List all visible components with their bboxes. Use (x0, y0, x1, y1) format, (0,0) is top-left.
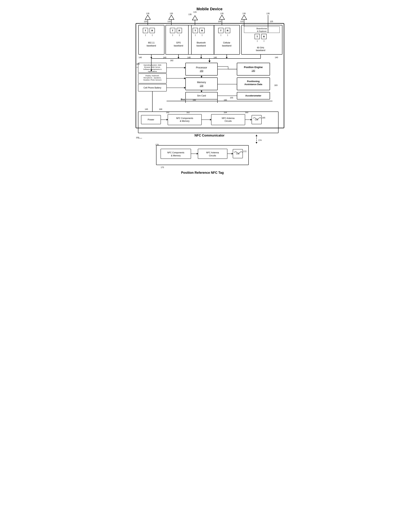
beamformer-text: Beamformer (257, 27, 267, 30)
nfc-tag-label: Position Reference NFC Tag (181, 171, 224, 175)
display-text-1: Display, Keyboard, (145, 75, 159, 76)
antenna-triangle-4 (219, 15, 224, 20)
page: Mobile Device 135 120 135 110 115 135 13… (130, 3, 289, 181)
accelerometer-label: Accelerometer (245, 94, 261, 97)
nfc-ant-box (211, 114, 245, 125)
position-engine-num: 180 (251, 69, 255, 72)
ref-175: 175 (161, 166, 164, 168)
svg-text:↕: ↕ (220, 34, 222, 37)
radio-name-3: Bluetooth (197, 41, 206, 44)
antenna-label-3b: 135 (188, 13, 192, 15)
nfc-comp-box (168, 114, 201, 125)
svg-text:↕: ↕ (201, 34, 203, 37)
ref-165: 165 (262, 117, 265, 119)
antenna-label-3: 115 (193, 11, 196, 13)
proc-to-mem-arrow (201, 76, 202, 78)
ref-155: 155 (230, 97, 233, 99)
positioning-data-label-2: Assistance Data (244, 83, 262, 86)
left-to-center-arrow (184, 87, 185, 89)
ref-185: 185 (136, 63, 140, 65)
mem-to-sim-arrow (201, 91, 202, 92)
battery-text: Cell Phone Battery (144, 87, 161, 89)
os-text-3: Software Components & (143, 68, 162, 70)
svg-text:R: R (263, 35, 265, 38)
ref-192: 192 (166, 111, 169, 114)
power-label: Power (148, 118, 155, 121)
antenna-triangle-3 (192, 16, 198, 20)
ant-to-coil-arrow (250, 119, 252, 121)
nfc-comp-label-2: & Memory (180, 120, 190, 122)
display-to-proc-arrow (184, 77, 185, 79)
antenna-label-4: 135 (220, 13, 223, 14)
proc-arrowhead (209, 61, 210, 63)
antenna-triangle-2 (169, 15, 174, 20)
main-diagram: Mobile Device 135 120 135 110 115 135 13… (133, 3, 286, 181)
nfc-ant-label-2: Circuits (224, 120, 232, 122)
tag-ant-to-coil-arrow (232, 153, 233, 155)
display-text-2: Microphone , Speakers, (144, 77, 161, 79)
radio-name-4: Cellular (223, 41, 230, 44)
nfc-dashed-arrowhead-down (256, 142, 257, 144)
processor-label: Processor (196, 66, 207, 69)
nfc-comm-box (138, 112, 278, 133)
nfc-ant-label-1: NFC Antenna (222, 117, 235, 119)
nfc-comm-label: NFC Communicator (195, 134, 224, 137)
processor-box (185, 63, 218, 75)
ref-140-1: 140 (139, 56, 142, 59)
ref-145: 145 (145, 108, 148, 110)
radio-name-4b: baseband (222, 44, 232, 47)
antenna-label-5: 135 (242, 13, 246, 14)
tr-arrow-1: ↕ (145, 34, 146, 37)
svg-text:T: T (172, 29, 173, 32)
nfc-tag-ant-label-2: Circuits (209, 154, 216, 157)
svg-text:↕: ↕ (227, 34, 228, 37)
t-label-1: T (145, 29, 146, 32)
nfc-tag-ant-label-1: NFC Antenna (206, 152, 219, 154)
svg-text:R: R (201, 29, 203, 32)
arrow-down-4 (226, 57, 228, 59)
ref-140-4: 140 (214, 56, 217, 59)
ref-125: 125 (270, 20, 273, 23)
svg-text:↕: ↕ (179, 34, 180, 37)
display-text-3: Headset, Photo Sensors (143, 79, 162, 81)
svg-text:R: R (227, 29, 228, 32)
os-to-proc-arrow (184, 67, 185, 69)
processor-num: 150 (200, 70, 203, 72)
memory-label: Memory (197, 81, 206, 84)
memory-box (185, 78, 218, 90)
ref-122: 122 (240, 20, 243, 23)
antenna-label-6: 135 (266, 13, 270, 14)
ref-105: 105 (218, 20, 221, 23)
radio-name-2b: baseband (174, 44, 183, 47)
ref-183: 183 (274, 84, 277, 86)
radio-name-2: GPS (176, 41, 181, 44)
ref-140-3: 140 (187, 56, 191, 59)
ref-162: 162 (186, 111, 190, 114)
tag-comp-to-ant-arrow (197, 153, 198, 155)
radio-name-5: 60 GHz (257, 46, 264, 49)
svg-text:T: T (220, 29, 222, 32)
ref-140-2: 140 (163, 56, 166, 59)
ref-110: 110 (168, 20, 171, 23)
antenna-label-2: 135 (170, 13, 173, 14)
duplexer-text: & Duplexer (257, 30, 267, 32)
arrow-down-1 (150, 57, 152, 59)
ref-168: 168 (159, 108, 162, 110)
title: Mobile Device (196, 7, 223, 11)
memory-num: 130 (200, 85, 203, 87)
nfc-dashed-arrowhead-up (256, 135, 257, 136)
radio-name-1b: baseband (147, 44, 156, 47)
ref-140-5: 140 (275, 56, 278, 59)
position-engine-label: Position Engine (244, 66, 263, 69)
simcard-label: Sim Card (197, 94, 206, 97)
bus-label: Bus (181, 98, 185, 101)
radio-name-3b: baseband (196, 44, 206, 47)
nfc-tag-comp-label-2: & Memory (171, 154, 181, 157)
nfc-tag-box (156, 145, 249, 165)
svg-text:↕: ↕ (257, 39, 258, 42)
arrow-down-3 (200, 57, 202, 59)
os-text-4: Applications (148, 70, 157, 72)
svg-text:↕: ↕ (172, 34, 173, 37)
nfc-to-ant-arrow (210, 119, 211, 121)
nfc-comp-label-1: NFC Components (176, 117, 193, 119)
